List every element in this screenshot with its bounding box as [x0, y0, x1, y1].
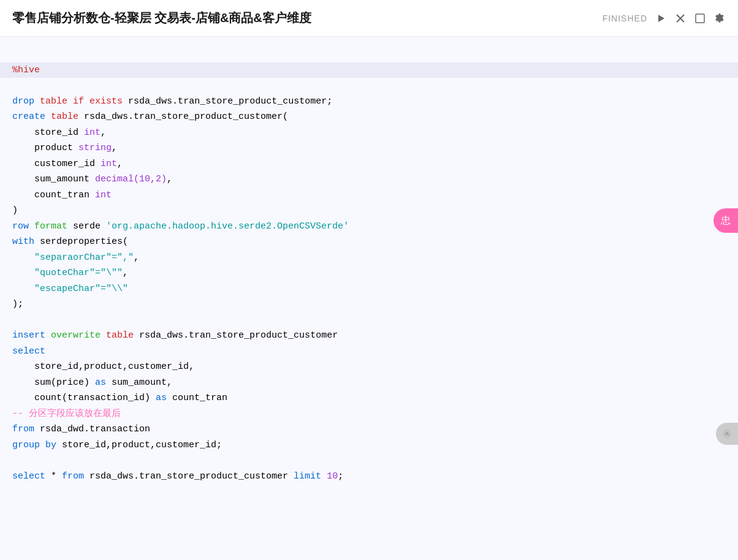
svg-rect-3 — [696, 14, 704, 23]
settings-button[interactable] — [713, 12, 726, 25]
header: 零售店铺分析数仓-轻聚层 交易表-店铺&商品&客户维度 FINISHED — [0, 0, 738, 37]
svg-marker-0 — [658, 15, 664, 22]
status-badge: FINISHED — [603, 13, 647, 23]
toolbar: FINISHED — [603, 12, 726, 25]
code-editor[interactable]: %hive drop table if exists rsda_dws.tran… — [0, 37, 738, 560]
scroll-float-button[interactable] — [716, 423, 738, 445]
page-title: 零售店铺分析数仓-轻聚层 交易表-店铺&商品&客户维度 — [12, 10, 311, 26]
stop-button[interactable] — [674, 12, 687, 25]
chat-float-button[interactable]: 忠 — [713, 208, 738, 233]
chat-icon: 忠 — [721, 214, 731, 227]
code-content: %hive drop table if exists rsda_dws.tran… — [0, 37, 738, 510]
layout-button[interactable] — [694, 12, 706, 25]
run-button[interactable] — [655, 12, 667, 25]
